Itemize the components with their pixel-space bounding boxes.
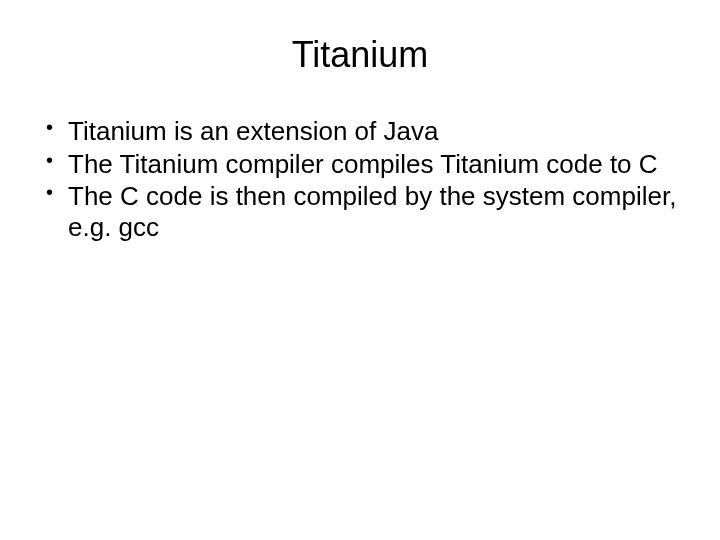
bullet-list: Titanium is an extension of Java The Tit…: [30, 116, 690, 243]
slide: Titanium Titanium is an extension of Jav…: [0, 0, 720, 540]
slide-title: Titanium: [30, 34, 690, 76]
bullet-item: Titanium is an extension of Java: [42, 116, 690, 147]
bullet-item: The Titanium compiler compiles Titanium …: [42, 149, 690, 180]
bullet-item: The C code is then compiled by the syste…: [42, 181, 690, 242]
